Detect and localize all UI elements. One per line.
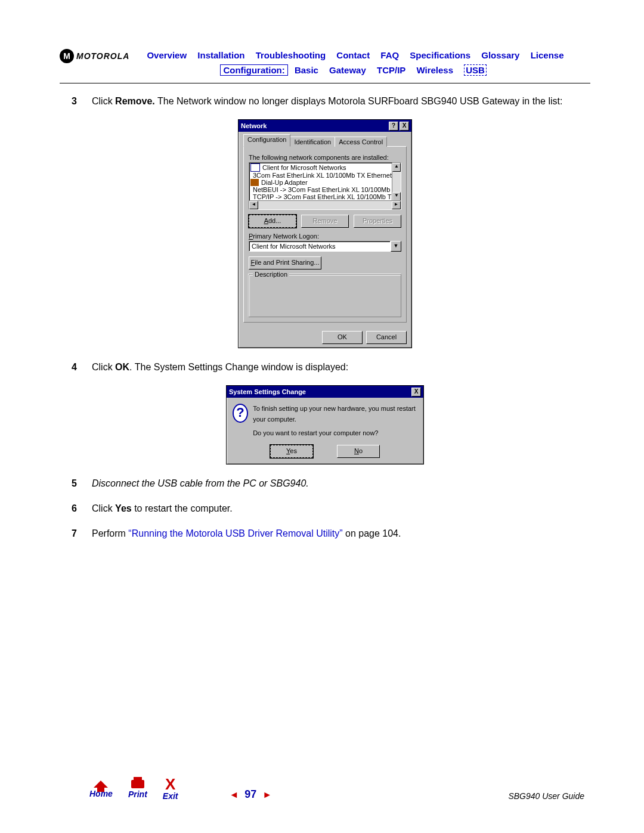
remove-button: Remove	[301, 215, 349, 228]
nav-license[interactable]: License	[531, 50, 564, 60]
step-number: 7	[72, 527, 92, 541]
step-bold: OK	[115, 362, 129, 372]
tab-configuration[interactable]: Configuration	[243, 134, 290, 147]
nav-configuration[interactable]: Configuration:	[220, 64, 287, 76]
nav-installation[interactable]: Installation	[197, 50, 244, 60]
nav-tcpip[interactable]: TCP/IP	[377, 65, 405, 75]
dialog-title: System Settings Change	[229, 388, 306, 395]
scrollbar-horizontal[interactable]: ◄►	[249, 200, 401, 209]
list-item[interactable]: 3Com Fast EtherLink XL 10/100Mb TX Ether…	[249, 172, 401, 179]
system-settings-dialog: System Settings Change X ? To finish set…	[226, 385, 424, 465]
logon-dropdown[interactable]: Client for Microsoft Networks ▼	[249, 241, 401, 252]
step-number: 3	[72, 94, 92, 109]
client-icon	[250, 163, 260, 172]
motorola-logo: M MOTOROLA	[60, 49, 129, 63]
step-5: 5 Disconnect the USB cable from the PC o…	[72, 476, 590, 491]
logo-mark-icon: M	[60, 49, 74, 63]
chevron-down-icon[interactable]: ▼	[391, 241, 401, 252]
dialog-line-1: To finish setting up your new hardware, …	[253, 404, 417, 425]
nav-contact[interactable]: Contact	[336, 50, 370, 60]
titlebar: System Settings Change X	[227, 386, 423, 398]
page-number: 97	[244, 788, 256, 800]
step-7: 7 Perform “Running the Motorola USB Driv…	[72, 527, 590, 541]
nav-faq[interactable]: FAQ	[380, 50, 399, 60]
nav-specifications[interactable]: Specifications	[410, 50, 470, 60]
guide-name: SBG940 User Guide	[508, 791, 584, 801]
nav-basic[interactable]: Basic	[295, 65, 318, 75]
step-text: Click	[92, 362, 115, 372]
logon-value: Client for Microsoft Networks	[249, 241, 391, 252]
nav-gateway[interactable]: Gateway	[329, 65, 366, 75]
step-text: Click	[92, 503, 115, 513]
home-icon	[94, 781, 108, 788]
header-rule	[60, 83, 590, 83]
step-text: to restart the computer.	[132, 503, 233, 513]
nav-wireless[interactable]: Wireless	[416, 65, 453, 75]
file-share-button[interactable]: File and Print Sharing...	[249, 256, 321, 270]
close-icon[interactable]: X	[411, 388, 421, 397]
components-listbox[interactable]: Client for Microsoft Networks 3Com Fast …	[249, 162, 401, 210]
print-button[interactable]: Print	[128, 780, 147, 799]
step-number: 6	[72, 501, 92, 516]
add-button[interactable]: Add...	[249, 215, 296, 228]
next-page-button[interactable]: ►	[262, 789, 272, 800]
step-6: 6 Click Yes to restart the computer.	[72, 501, 590, 516]
tab-access-control[interactable]: Access Control	[335, 137, 387, 147]
components-label: The following network components are ins…	[249, 154, 401, 161]
print-label: Print	[128, 789, 147, 799]
print-icon	[131, 780, 144, 788]
nav-top: Overview Installation Troubleshooting Co…	[137, 49, 590, 63]
nav-usb[interactable]: USB	[464, 64, 487, 76]
help-icon[interactable]: ?	[389, 122, 398, 131]
exit-button[interactable]: X Exit	[163, 778, 178, 801]
properties-button: Properties	[354, 215, 401, 228]
ok-button[interactable]: OK	[322, 331, 363, 344]
step-bold: Yes	[115, 503, 132, 513]
question-icon: ?	[233, 404, 248, 423]
list-item[interactable]: NetBEUI -> 3Com Fast EtherLink XL 10/100…	[249, 186, 401, 193]
scroll-up-icon[interactable]: ▲	[392, 163, 401, 172]
prev-page-button[interactable]: ◄	[229, 789, 239, 800]
list-item[interactable]: Dial-Up Adapter	[249, 179, 401, 186]
step-3: 3 Click Remove. The Network window no lo…	[72, 94, 590, 109]
list-item[interactable]: Client for Microsoft Networks	[249, 163, 401, 172]
logo-text: MOTOROLA	[76, 51, 129, 61]
step-4: 4 Click OK. The System Settings Change w…	[72, 360, 590, 374]
step-bold: Remove.	[115, 96, 155, 106]
exit-label: Exit	[163, 791, 178, 801]
exit-icon: X	[165, 778, 175, 790]
dialog-line-2: Do you want to restart your computer now…	[253, 428, 417, 439]
step-text: Perform	[92, 528, 128, 538]
titlebar: Network ? X	[239, 120, 411, 132]
network-dialog: Network ? X Configuration Identification…	[238, 119, 412, 348]
adapter-icon	[250, 179, 259, 186]
description-group: Description	[249, 274, 401, 317]
step-text: . The System Settings Change window is d…	[129, 362, 348, 372]
step-link[interactable]: “Running the Motorola USB Driver Removal…	[128, 528, 342, 538]
nav-glossary[interactable]: Glossary	[481, 50, 519, 60]
step-text: Disconnect the USB cable from the PC or …	[92, 476, 590, 491]
scroll-down-icon[interactable]: ▼	[392, 192, 401, 201]
no-button[interactable]: No	[337, 445, 380, 458]
scroll-left-icon[interactable]: ◄	[249, 201, 258, 209]
step-text: The Network window no longer displays Mo…	[155, 96, 563, 106]
close-icon[interactable]: X	[400, 122, 409, 131]
scrollbar-vertical[interactable]: ▲▼	[392, 163, 401, 201]
dialog-title: Network	[241, 122, 267, 129]
home-button[interactable]: Home	[89, 781, 113, 798]
step-text: on page 104.	[343, 528, 401, 538]
nav-overview[interactable]: Overview	[147, 50, 187, 60]
step-text: Click	[92, 96, 115, 106]
tab-identification[interactable]: Identification	[290, 137, 335, 147]
scroll-right-icon[interactable]: ►	[392, 201, 401, 209]
nav-troubleshooting[interactable]: Troubleshooting	[256, 50, 326, 60]
list-item[interactable]: TCP/IP -> 3Com Fast EtherLink XL 10/100M…	[249, 193, 401, 200]
logon-label: Primary Network Logon:	[249, 233, 401, 240]
cancel-button[interactable]: Cancel	[366, 331, 407, 344]
step-number: 4	[72, 360, 92, 374]
description-legend: Description	[253, 271, 289, 278]
yes-button[interactable]: Yes	[270, 445, 313, 458]
step-number: 5	[72, 476, 92, 491]
nav-bottom: Configuration: Basic Gateway TCP/IP Wire…	[137, 64, 590, 78]
